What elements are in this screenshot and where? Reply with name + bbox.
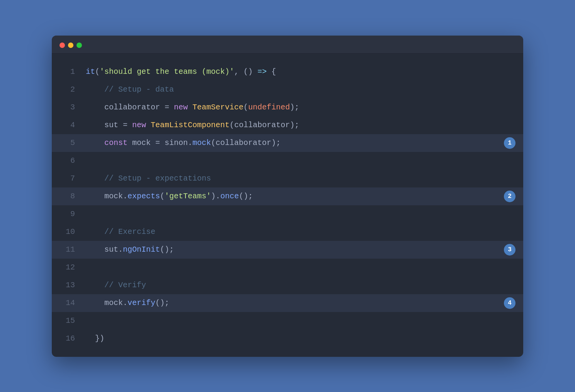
token: }) xyxy=(86,334,104,343)
token: ( xyxy=(230,121,234,130)
token: const xyxy=(104,138,128,147)
step-badge: 2 xyxy=(504,191,515,202)
line-number: 4 xyxy=(60,121,75,130)
line-number: 6 xyxy=(60,156,75,165)
token xyxy=(86,138,104,147)
line-content: sut.ngOnInit(); xyxy=(86,245,504,254)
token: mock = sinon. xyxy=(128,138,192,147)
line-content: mock.verify(); xyxy=(86,298,504,307)
step-badge: 1 xyxy=(504,137,515,149)
line-content: it('should get the teams (mock)', () => … xyxy=(86,67,515,76)
line-number: 15 xyxy=(60,316,75,325)
close-button[interactable] xyxy=(60,43,65,48)
maximize-button[interactable] xyxy=(77,43,82,48)
token: ; xyxy=(294,121,299,130)
minimize-button[interactable] xyxy=(68,43,73,48)
line-number: 11 xyxy=(60,245,75,254)
token xyxy=(188,103,192,112)
token: { xyxy=(267,67,276,76)
code-line: 3 collaborator = new TeamService(undefin… xyxy=(52,99,523,116)
token: // Setup - data xyxy=(86,85,174,94)
code-line: 8 mock.expects('getTeams').once();2 xyxy=(52,187,523,205)
line-content: // Setup - expectations xyxy=(86,174,515,183)
token: ; xyxy=(165,298,169,307)
code-line: 10 // Exercise xyxy=(52,223,523,241)
step-badge: 4 xyxy=(504,297,515,309)
token: ( xyxy=(160,192,165,201)
token: sut = xyxy=(86,121,132,130)
token: collaborator = xyxy=(86,103,174,112)
code-line: 9 xyxy=(52,205,523,223)
token: undefined xyxy=(248,103,290,112)
token: once xyxy=(220,192,239,201)
line-number: 1 xyxy=(60,67,75,76)
token: ( xyxy=(95,67,100,76)
line-number: 16 xyxy=(60,334,75,343)
token xyxy=(253,67,257,76)
token: ; xyxy=(248,192,253,201)
line-number: 14 xyxy=(60,298,75,307)
token: mock xyxy=(192,138,211,147)
titlebar xyxy=(52,36,523,54)
token: it xyxy=(86,67,95,76)
code-line: 13 // Verify xyxy=(52,276,523,294)
token: mock. xyxy=(86,298,128,307)
token: ; xyxy=(294,103,299,112)
token: verify xyxy=(128,298,155,307)
code-line: 1it('should get the teams (mock)', () =>… xyxy=(52,63,523,81)
line-content: const mock = sinon.mock(collaborator); xyxy=(86,138,504,147)
token: collaborator xyxy=(216,138,271,147)
code-line: 12 xyxy=(52,259,523,276)
token: ngOnInit xyxy=(123,245,160,254)
token: expects xyxy=(128,192,160,201)
code-line: 14 mock.verify();4 xyxy=(52,294,523,312)
token: mock. xyxy=(86,192,128,201)
line-content: sut = new TeamListComponent(collaborator… xyxy=(86,121,515,130)
token: collaborator xyxy=(234,121,290,130)
token: // Setup - expectations xyxy=(86,174,211,183)
line-number: 8 xyxy=(60,192,75,201)
token: new xyxy=(132,121,146,130)
line-content: // Setup - data xyxy=(86,85,515,94)
code-editor: 1it('should get the teams (mock)', () =>… xyxy=(52,54,523,357)
code-line: 11 sut.ngOnInit();3 xyxy=(52,241,523,259)
line-number: 12 xyxy=(60,263,75,272)
line-content: }) xyxy=(86,334,515,343)
token: sut. xyxy=(86,245,123,254)
line-number: 5 xyxy=(60,138,75,147)
line-number: 2 xyxy=(60,85,75,94)
line-content: // Verify xyxy=(86,281,515,290)
token: 'should get the teams (mock)' xyxy=(100,67,234,76)
line-number: 9 xyxy=(60,210,75,218)
token: new xyxy=(174,103,188,112)
token: ) xyxy=(271,138,276,147)
code-line: 6 xyxy=(52,152,523,170)
token: // Verify xyxy=(86,281,146,290)
token xyxy=(146,121,151,130)
token: 'getTeams' xyxy=(165,192,211,201)
token: ) xyxy=(290,121,294,130)
code-line: 15 xyxy=(52,312,523,330)
token: () xyxy=(155,298,165,307)
code-line: 4 sut = new TeamListComponent(collaborat… xyxy=(52,116,523,134)
token: TeamListComponent xyxy=(151,121,230,130)
token: ( xyxy=(211,138,216,147)
token: => xyxy=(257,67,267,76)
token: () xyxy=(239,192,248,201)
line-number: 7 xyxy=(60,174,75,183)
token: . xyxy=(216,192,220,201)
token: // Exercise xyxy=(86,227,155,236)
token: , xyxy=(234,67,243,76)
token: TeamService xyxy=(192,103,243,112)
code-window: 1it('should get the teams (mock)', () =>… xyxy=(52,36,523,357)
line-number: 13 xyxy=(60,281,75,290)
line-content: collaborator = new TeamService(undefined… xyxy=(86,103,515,112)
code-line: 2 // Setup - data xyxy=(52,81,523,99)
token: () xyxy=(243,67,253,76)
line-content: // Exercise xyxy=(86,227,515,236)
line-content: mock.expects('getTeams').once(); xyxy=(86,192,504,201)
step-badge: 3 xyxy=(504,244,515,256)
token: () xyxy=(160,245,169,254)
token: ; xyxy=(276,138,281,147)
code-line: 7 // Setup - expectations xyxy=(52,170,523,187)
